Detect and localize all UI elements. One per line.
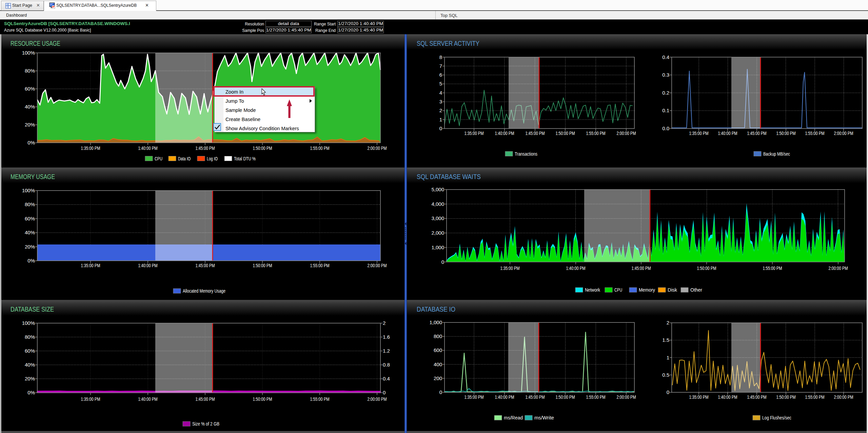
svg-text:0.0: 0.0 (662, 125, 669, 131)
svg-text:40%: 40% (25, 104, 35, 110)
svg-text:2: 2 (383, 320, 386, 326)
svg-text:0%: 0% (27, 258, 35, 263)
svg-text:400: 400 (434, 361, 442, 367)
svg-text:0: 0 (383, 390, 386, 395)
svg-text:1:35:00 PM: 1:35:00 PM (465, 130, 484, 136)
svg-text:40%: 40% (25, 362, 35, 368)
svg-text:0.5: 0.5 (662, 372, 669, 378)
svg-text:1:40:00 PM: 1:40:00 PM (566, 265, 586, 271)
svg-text:1:50:00 PM: 1:50:00 PM (776, 394, 796, 400)
svg-text:1:50:00 PM: 1:50:00 PM (253, 396, 272, 402)
svg-text:1.6: 1.6 (383, 334, 390, 340)
svg-text:80%: 80% (25, 334, 35, 340)
svg-text:100%: 100% (22, 50, 35, 56)
svg-text:2:00:00 PM: 2:00:00 PM (368, 145, 387, 151)
svg-text:0: 0 (667, 389, 669, 395)
svg-text:1:35:00 PM: 1:35:00 PM (500, 265, 520, 271)
svg-text:4: 4 (439, 90, 442, 96)
svg-text:1:50:00 PM: 1:50:00 PM (556, 130, 575, 136)
svg-text:CPU: CPU (614, 287, 622, 293)
svg-text:2: 2 (439, 107, 442, 113)
svg-text:2:00:00 PM: 2:00:00 PM (834, 130, 853, 136)
svg-text:0.4: 0.4 (662, 54, 669, 60)
svg-text:60%: 60% (25, 348, 35, 354)
svg-text:5,000: 5,000 (431, 186, 444, 192)
svg-text:3,000: 3,000 (431, 215, 444, 221)
svg-text:1.5: 1.5 (662, 337, 669, 343)
svg-text:1:45:00 PM: 1:45:00 PM (526, 394, 545, 400)
svg-text:1:35:00 PM: 1:35:00 PM (81, 262, 100, 268)
svg-text:5: 5 (439, 81, 442, 86)
svg-text:3: 3 (439, 99, 442, 104)
svg-text:100%: 100% (22, 188, 35, 193)
svg-text:1:35:00 PM: 1:35:00 PM (81, 145, 100, 151)
svg-text:0%: 0% (27, 140, 35, 145)
svg-text:Size % of 2 GB: Size % of 2 GB (192, 421, 219, 427)
svg-text:Log IO: Log IO (207, 156, 218, 161)
svg-text:2:00:00 PM: 2:00:00 PM (617, 130, 636, 136)
svg-text:20%: 20% (25, 122, 35, 127)
svg-text:1:45:00 PM: 1:45:00 PM (747, 130, 767, 136)
svg-text:Other: Other (690, 287, 702, 293)
svg-text:1:45:00 PM: 1:45:00 PM (526, 130, 545, 136)
svg-text:0%: 0% (27, 390, 35, 395)
svg-text:1:55:00 PM: 1:55:00 PM (763, 265, 782, 271)
svg-text:1:40:00 PM: 1:40:00 PM (495, 130, 514, 136)
svg-text:1: 1 (667, 355, 669, 360)
svg-text:DATABASE IO: DATABASE IO (417, 305, 455, 313)
svg-text:2:00:00 PM: 2:00:00 PM (829, 265, 848, 271)
svg-text:Total DTU %: Total DTU % (234, 156, 256, 161)
svg-text:1:45:00 PM: 1:45:00 PM (196, 262, 215, 268)
svg-text:Backup MB/sec: Backup MB/sec (763, 151, 790, 157)
svg-text:0.1: 0.1 (662, 107, 669, 113)
svg-text:2:00:00 PM: 2:00:00 PM (617, 394, 636, 400)
svg-text:1.2: 1.2 (383, 348, 390, 354)
svg-text:60%: 60% (25, 86, 35, 92)
svg-text:7: 7 (439, 63, 442, 69)
svg-text:600: 600 (434, 347, 442, 353)
svg-text:1:55:00 PM: 1:55:00 PM (310, 145, 330, 151)
svg-text:4,000: 4,000 (431, 201, 444, 207)
svg-text:100%: 100% (22, 320, 35, 326)
svg-text:1:55:00 PM: 1:55:00 PM (310, 262, 330, 268)
svg-text:0.3: 0.3 (662, 72, 669, 78)
svg-text:6: 6 (439, 72, 442, 78)
svg-text:0: 0 (441, 259, 444, 265)
svg-text:80%: 80% (25, 201, 35, 207)
svg-text:1:40:00 PM: 1:40:00 PM (718, 130, 737, 136)
svg-text:0: 0 (439, 389, 442, 395)
svg-text:1:35:00 PM: 1:35:00 PM (689, 130, 709, 136)
svg-text:ms/Write: ms/Write (534, 415, 554, 420)
svg-text:2,000: 2,000 (431, 230, 444, 236)
svg-text:2:00:00 PM: 2:00:00 PM (368, 262, 387, 268)
svg-text:MEMORY USAGE: MEMORY USAGE (11, 173, 55, 180)
svg-text:1:50:00 PM: 1:50:00 PM (697, 265, 716, 271)
svg-text:20%: 20% (25, 376, 35, 381)
svg-text:DATABASE SIZE: DATABASE SIZE (11, 305, 54, 313)
svg-text:1:55:00 PM: 1:55:00 PM (310, 396, 330, 402)
svg-text:40%: 40% (25, 230, 35, 235)
svg-text:1:50:00 PM: 1:50:00 PM (253, 145, 272, 151)
svg-text:SQL SERVER ACTIVITY: SQL SERVER ACTIVITY (417, 39, 479, 47)
svg-text:60%: 60% (25, 216, 35, 221)
svg-text:1:40:00 PM: 1:40:00 PM (138, 396, 158, 402)
svg-text:Transactions: Transactions (515, 151, 537, 157)
svg-text:1:40:00 PM: 1:40:00 PM (138, 262, 158, 268)
svg-text:1:40:00 PM: 1:40:00 PM (495, 394, 514, 400)
svg-text:0.4: 0.4 (383, 376, 390, 381)
svg-text:800: 800 (434, 333, 442, 339)
svg-text:8: 8 (439, 54, 442, 60)
svg-text:1,000: 1,000 (429, 319, 442, 325)
svg-text:0: 0 (439, 125, 442, 131)
svg-text:1:50:00 PM: 1:50:00 PM (776, 130, 796, 136)
svg-text:RESOURCE USAGE: RESOURCE USAGE (11, 39, 60, 47)
svg-text:ms/Read: ms/Read (504, 415, 523, 420)
svg-text:1:40:00 PM: 1:40:00 PM (718, 394, 737, 400)
svg-text:2:00:00 PM: 2:00:00 PM (834, 394, 853, 400)
svg-text:1:45:00 PM: 1:45:00 PM (196, 396, 215, 402)
svg-text:0.8: 0.8 (383, 362, 390, 368)
svg-text:1:50:00 PM: 1:50:00 PM (253, 262, 272, 268)
svg-text:Network: Network (585, 287, 600, 293)
svg-text:1:45:00 PM: 1:45:00 PM (747, 394, 767, 400)
svg-text:80%: 80% (25, 68, 35, 74)
